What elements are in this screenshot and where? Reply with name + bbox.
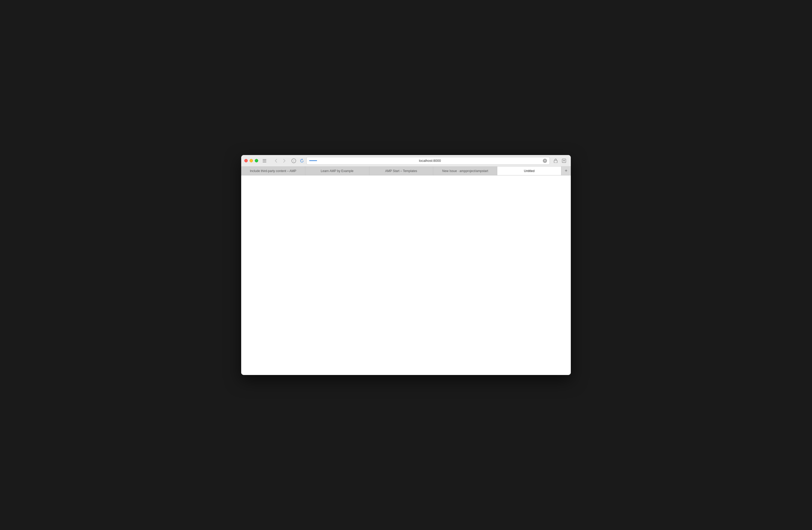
reload-icon	[300, 159, 304, 163]
address-bar-area: i localhost:8000 ✕	[290, 157, 550, 165]
tab-untitled[interactable]: Untitled	[497, 167, 561, 175]
svg-rect-1	[263, 161, 266, 161]
stop-loading-button[interactable]: ✕	[543, 159, 547, 163]
loading-indicator	[309, 160, 317, 161]
browser-window: i localhost:8000 ✕	[241, 155, 571, 375]
lock-icon	[554, 158, 557, 163]
tab-learn-amp[interactable]: Learn AMP by Example	[305, 167, 369, 175]
tab-amp-start[interactable]: AMP Start – Templates	[369, 167, 434, 175]
tab-label: Untitled	[524, 169, 535, 173]
forward-icon	[283, 159, 286, 163]
sidebar-button[interactable]	[261, 157, 268, 165]
right-icons	[552, 157, 568, 165]
share-button[interactable]	[560, 157, 568, 165]
svg-rect-0	[263, 159, 266, 160]
title-bar: i localhost:8000 ✕	[241, 155, 571, 167]
url-text: localhost:8000	[319, 159, 541, 163]
reload-button[interactable]	[299, 158, 305, 164]
info-button[interactable]: i	[290, 157, 298, 165]
main-content	[241, 176, 571, 375]
tabs-bar: Include third-party content – AMP Learn …	[241, 167, 571, 176]
share-icon	[562, 159, 566, 163]
svg-rect-2	[263, 162, 266, 162]
add-tab-icon: +	[565, 168, 568, 173]
back-icon	[275, 159, 277, 163]
back-button[interactable]	[272, 157, 280, 165]
sidebar-icon	[263, 159, 266, 162]
maximize-button[interactable]	[255, 159, 258, 162]
nav-buttons	[272, 157, 288, 165]
forward-button[interactable]	[281, 157, 288, 165]
address-bar[interactable]: localhost:8000 ✕	[306, 157, 550, 165]
tab-label: AMP Start – Templates	[385, 169, 417, 173]
tab-label: Include third-party content – AMP	[250, 169, 296, 173]
tab-new-issue[interactable]: New Issue · ampproject/ampstart	[433, 167, 497, 175]
traffic-lights	[244, 159, 258, 162]
tab-include-third-party[interactable]: Include third-party content – AMP	[241, 167, 305, 175]
svg-text:i: i	[293, 159, 294, 162]
svg-rect-5	[554, 160, 557, 163]
add-tab-button[interactable]: +	[561, 167, 571, 175]
close-button[interactable]	[244, 159, 248, 162]
tab-label: Learn AMP by Example	[321, 169, 353, 173]
tab-label: New Issue · ampproject/ampstart	[443, 169, 488, 173]
lock-button[interactable]	[552, 157, 559, 165]
minimize-button[interactable]	[249, 159, 253, 162]
close-icon: ✕	[544, 159, 546, 162]
info-icon: i	[291, 158, 296, 163]
